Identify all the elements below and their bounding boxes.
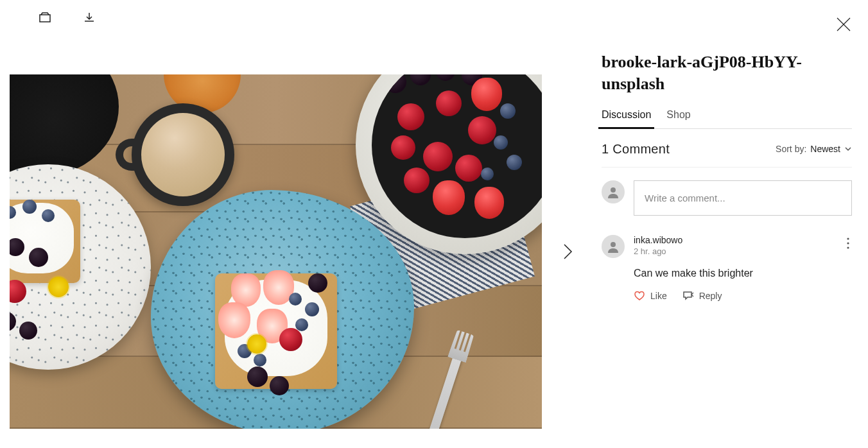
main-image [10, 74, 542, 429]
svg-point-0 [611, 187, 616, 193]
tab-discussion[interactable]: Discussion [602, 109, 651, 128]
comment-text: Can we make this brighter [634, 268, 852, 279]
reply-icon [682, 291, 694, 301]
avatar [602, 180, 625, 203]
svg-point-4 [847, 246, 849, 248]
next-arrow-icon[interactable] [559, 243, 577, 263]
comment-author: inka.wibowo [634, 235, 682, 245]
tabs: Discussion Shop [602, 109, 852, 129]
like-label: Like [650, 291, 667, 301]
reply-button[interactable]: Reply [682, 291, 722, 301]
comment-input[interactable] [634, 180, 852, 216]
like-button[interactable]: Like [634, 291, 667, 301]
download-icon[interactable] [83, 12, 95, 23]
heart-icon [634, 291, 645, 301]
svg-point-2 [847, 237, 849, 239]
sort-label: Sort by: [776, 144, 806, 154]
comment-count: 1 Comment [602, 142, 670, 157]
tab-shop[interactable]: Shop [666, 109, 690, 128]
sort-dropdown[interactable]: Sort by: Newest [776, 144, 852, 154]
cart-icon[interactable] [39, 12, 51, 23]
comment-time: 2 hr. ago [634, 246, 682, 256]
svg-point-1 [611, 242, 616, 247]
comment-item: inka.wibowo 2 hr. ago Can we make this b… [602, 235, 852, 301]
more-icon[interactable] [844, 235, 852, 254]
avatar [602, 235, 625, 258]
reply-label: Reply [699, 291, 722, 301]
image-title: brooke-lark-aGjP08-HbYY-unsplash [602, 51, 852, 95]
sort-value: Newest [810, 144, 840, 154]
svg-point-3 [847, 242, 849, 244]
chevron-down-icon [844, 145, 852, 153]
close-icon[interactable] [835, 16, 852, 35]
